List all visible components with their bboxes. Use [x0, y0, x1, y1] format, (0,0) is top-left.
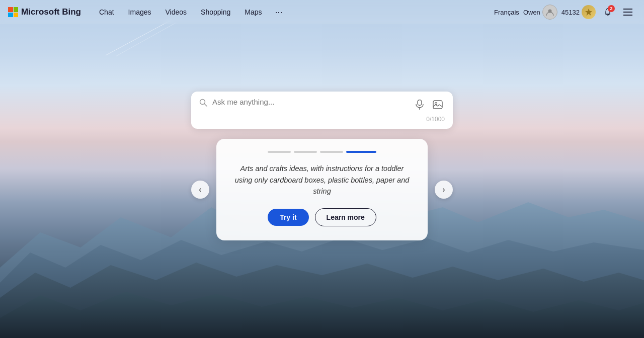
prev-card-button[interactable]: ‹ — [191, 181, 209, 199]
search-icon — [199, 99, 207, 109]
nav-images[interactable]: Images — [122, 5, 157, 19]
dot-1 — [268, 151, 291, 153]
search-input[interactable] — [212, 98, 408, 110]
search-container: 0/1000 — [191, 92, 453, 129]
dot-2 — [294, 151, 317, 153]
dot-3 — [320, 151, 343, 153]
try-it-button[interactable]: Try it — [268, 209, 308, 226]
suggestion-card: Arts and crafts ideas, with instructions… — [216, 139, 428, 240]
card-buttons: Try it Learn more — [268, 208, 376, 226]
character-counter: 0/1000 — [199, 116, 445, 123]
svg-rect-9 — [418, 100, 422, 106]
microphone-button[interactable] — [413, 98, 427, 112]
navbar: Microsoft Bing Chat Images Videos Shoppi… — [0, 0, 644, 24]
nav-more-button[interactable]: ··· — [270, 5, 287, 20]
nav-right: Français Owen 45132 2 — [494, 4, 636, 20]
reward-icon — [582, 5, 596, 19]
main-content: 0/1000 ‹ Arts and crafts ideas, with ins… — [0, 24, 644, 338]
notifications-button[interactable]: 2 — [600, 4, 616, 20]
nav-shopping[interactable]: Shopping — [195, 5, 236, 19]
image-search-button[interactable] — [431, 98, 445, 112]
svg-rect-11 — [433, 101, 442, 109]
svg-point-12 — [435, 103, 437, 105]
logo-cell-yellow — [14, 13, 19, 18]
nav-links: Chat Images Videos Shopping Maps ··· — [93, 5, 494, 20]
notification-count: 2 — [608, 5, 615, 12]
dot-4 — [346, 151, 376, 153]
username-label: Owen — [523, 9, 540, 16]
microsoft-logo — [8, 7, 18, 17]
language-selector[interactable]: Français — [494, 9, 519, 16]
points-badge[interactable]: 45132 — [561, 5, 596, 19]
logo-area[interactable]: Microsoft Bing — [8, 7, 81, 17]
menu-button[interactable] — [620, 4, 636, 20]
nav-videos[interactable]: Videos — [159, 5, 193, 19]
nav-chat[interactable]: Chat — [93, 5, 120, 19]
svg-marker-3 — [585, 9, 592, 16]
suggestion-text: Arts and crafts ideas, with instructions… — [232, 163, 412, 197]
logo-cell-red — [8, 7, 13, 12]
suggestion-card-wrapper: ‹ Arts and crafts ideas, with instructio… — [216, 139, 428, 240]
search-icons-right — [413, 98, 445, 112]
search-top — [199, 98, 445, 112]
learn-more-button[interactable]: Learn more — [315, 208, 376, 226]
nav-maps[interactable]: Maps — [238, 5, 268, 19]
logo-cell-blue — [8, 13, 13, 18]
next-card-button[interactable]: › — [435, 181, 453, 199]
svg-line-8 — [205, 104, 207, 107]
avatar — [542, 5, 557, 20]
logo-text: Microsoft Bing — [21, 7, 81, 17]
user-menu[interactable]: Owen — [523, 5, 557, 20]
progress-indicator — [268, 151, 376, 153]
points-value: 45132 — [561, 9, 580, 16]
logo-cell-green — [14, 7, 19, 12]
